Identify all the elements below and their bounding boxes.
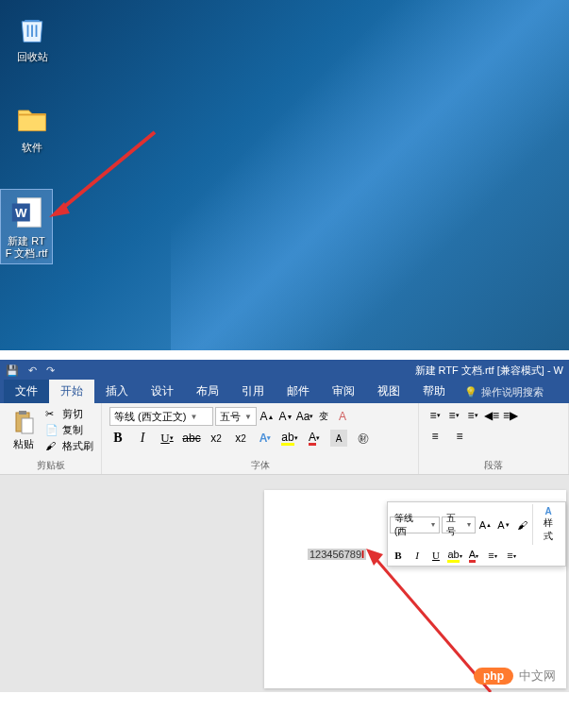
decrease-indent-button[interactable]: ◀≡ (483, 407, 500, 424)
undo-icon[interactable]: ↶ (28, 364, 37, 377)
save-icon[interactable]: 💾 (6, 364, 19, 377)
document-text-content: 123456789 (310, 549, 361, 560)
ribbon-tabs: 文件 开始 插入 设计 布局 引用 邮件 审阅 视图 帮助 💡 操作说明搜索 (0, 381, 569, 403)
font-name-combo[interactable]: 等线 (西文正文)▼ (109, 407, 213, 426)
text-effects-button[interactable]: A▾ (257, 430, 274, 447)
phonetic-guide-button[interactable]: 变 (315, 408, 332, 425)
tab-layout[interactable]: 布局 (185, 380, 230, 403)
change-case-button[interactable]: Aa▾ (296, 408, 313, 425)
desktop-icon-label: 软件 (4, 142, 60, 154)
tab-review[interactable]: 审阅 (321, 380, 366, 403)
mini-font-color-button[interactable]: A▾ (465, 547, 482, 564)
watermark-badge: php (474, 668, 513, 685)
font-color-button[interactable]: A▾ (306, 430, 323, 447)
paste-button[interactable]: 粘贴 (8, 407, 40, 457)
mini-numbering-button[interactable]: ≡▾ (503, 547, 520, 564)
italic-button[interactable]: I (134, 430, 151, 447)
ribbon: 粘贴 ✂剪切 📄复制 🖌格式刷 剪贴板 等线 (西文正文)▼ 五号▼ A▲ A▼… (0, 403, 569, 475)
character-shading-button[interactable]: A (330, 430, 347, 447)
mini-styles-button[interactable]: A 样式 (532, 504, 563, 545)
paste-icon (10, 409, 37, 435)
mini-highlight-button[interactable]: ab▾ (446, 547, 463, 564)
mini-toolbar: 等线 (西▾ 五号▾ A▲ A▼ 🖌 A 样式 B I U ab▾ A▾ (387, 501, 566, 567)
multilevel-list-button[interactable]: ≡▾ (464, 407, 481, 424)
chevron-down-icon: ▼ (190, 413, 197, 421)
recycle-bin-icon (13, 9, 51, 47)
clear-formatting-button[interactable]: A (334, 408, 351, 425)
mini-font-size-value: 五号 (446, 512, 462, 538)
strikethrough-button[interactable]: abc (183, 430, 200, 447)
selected-document-text[interactable]: 123456789I (308, 549, 366, 560)
mini-styles-label: 样式 (539, 516, 558, 543)
chevron-down-icon: ▾ (431, 520, 435, 529)
highlight-button[interactable]: ab▾ (281, 430, 298, 447)
redo-icon[interactable]: ↷ (46, 364, 55, 377)
paste-label: 粘贴 (8, 437, 40, 451)
numbering-button[interactable]: ≡▾ (445, 407, 462, 424)
watermark-text: 中文网 (519, 668, 556, 685)
desktop-icon-label: 新建 RTF 文档.rtf (5, 235, 48, 260)
mini-font-name-value: 等线 (西 (394, 512, 427, 538)
tab-insert[interactable]: 插入 (94, 380, 140, 403)
font-name-value: 等线 (西文正文) (114, 410, 186, 424)
format-painter-label: 格式刷 (62, 439, 93, 453)
tab-file[interactable]: 文件 (4, 380, 49, 403)
windows-desktop: 回收站 软件 W 新建 RTF 文档.rtf (0, 0, 569, 350)
tab-references[interactable]: 引用 (230, 380, 276, 403)
group-label-clipboard: 剪贴板 (8, 457, 93, 472)
watermark: php 中文网 (474, 668, 556, 685)
desktop-icon-recycle-bin[interactable]: 回收站 (4, 9, 60, 63)
mini-bullets-button[interactable]: ≡▾ (484, 547, 501, 564)
tab-home[interactable]: 开始 (49, 380, 94, 403)
shrink-font-button[interactable]: A▼ (277, 408, 294, 425)
increase-indent-button[interactable]: ≡▶ (502, 407, 519, 424)
enclose-characters-button[interactable]: ㊖ (355, 430, 372, 447)
mini-font-size-combo[interactable]: 五号▾ (442, 516, 475, 533)
desktop-icon-software-folder[interactable]: 软件 (4, 100, 60, 154)
align-left-button[interactable]: ≡ (427, 428, 443, 445)
mini-font-name-combo[interactable]: 等线 (西▾ (390, 516, 440, 533)
mini-grow-font-button[interactable]: A▲ (477, 516, 494, 533)
svg-rect-0 (27, 25, 29, 37)
subscript-button[interactable]: x2 (208, 430, 225, 447)
mini-shrink-font-button[interactable]: A▼ (495, 516, 512, 533)
mini-italic-button[interactable]: I (409, 547, 426, 564)
cut-button[interactable]: ✂剪切 (45, 407, 93, 421)
title-bar: 💾 ↶ ↷ 新建 RTF 文档.rtf [兼容模式] - W (0, 360, 569, 381)
document-page[interactable]: 等线 (西▾ 五号▾ A▲ A▼ 🖌 A 样式 B I U ab▾ A▾ (264, 490, 566, 688)
tab-design[interactable]: 设计 (140, 380, 185, 403)
svg-rect-10 (22, 418, 33, 433)
superscript-button[interactable]: x2 (232, 430, 249, 447)
font-size-value: 五号 (220, 410, 241, 424)
window-title: 新建 RTF 文档.rtf [兼容模式] - W (415, 364, 563, 378)
format-painter-button[interactable]: 🖌格式刷 (45, 439, 93, 453)
tab-mailings[interactable]: 邮件 (276, 380, 321, 403)
svg-line-6 (59, 132, 155, 212)
chevron-down-icon: ▾ (467, 520, 471, 529)
desktop-icon-rtf-document[interactable]: W 新建 RTF 文档.rtf (0, 189, 53, 264)
mini-format-painter-button[interactable]: 🖌 (514, 516, 531, 533)
copy-button[interactable]: 📄复制 (45, 423, 93, 437)
tab-help[interactable]: 帮助 (411, 380, 457, 403)
underline-button[interactable]: U▾ (159, 430, 176, 447)
word-application-window: 💾 ↶ ↷ 新建 RTF 文档.rtf [兼容模式] - W 文件 开始 插入 … (0, 360, 569, 692)
document-area: 等线 (西▾ 五号▾ A▲ A▼ 🖌 A 样式 B I U ab▾ A▾ (0, 475, 569, 692)
bold-button[interactable]: B (109, 430, 126, 447)
tell-me-label: 操作说明搜索 (481, 385, 544, 399)
svg-rect-1 (31, 25, 33, 37)
font-size-combo[interactable]: 五号▼ (215, 407, 257, 426)
tell-me-search[interactable]: 💡 操作说明搜索 (457, 381, 551, 403)
chevron-down-icon: ▼ (244, 413, 252, 421)
mini-bold-button[interactable]: B (390, 547, 407, 564)
brush-icon: 🖌 (45, 440, 59, 453)
align-center-button[interactable]: ≡ (451, 428, 468, 445)
folder-icon (13, 100, 51, 138)
bullets-button[interactable]: ≡▾ (427, 407, 443, 424)
svg-rect-9 (19, 411, 26, 415)
grow-font-button[interactable]: A▲ (259, 408, 276, 425)
ribbon-group-font: 等线 (西文正文)▼ 五号▼ A▲ A▼ Aa▾ 变 A B I U▾ abc … (102, 403, 419, 474)
mini-underline-button[interactable]: U (427, 547, 444, 564)
scissors-icon: ✂ (45, 408, 59, 421)
tab-view[interactable]: 视图 (366, 380, 411, 403)
word-document-icon: W (8, 194, 45, 231)
